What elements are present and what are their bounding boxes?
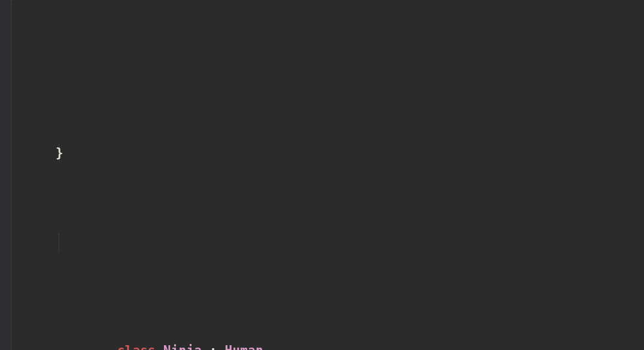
space	[156, 343, 163, 350]
colon: :	[202, 343, 225, 350]
class-name: Ninja	[163, 343, 202, 350]
base-class: Human	[225, 343, 263, 350]
keyword-class: class	[117, 343, 156, 350]
code-block: } class Ninja : Human { public string ni…	[0, 72, 644, 350]
brace: }	[56, 144, 63, 162]
code-editor[interactable]: } class Ninja : Human { public string ni…	[0, 0, 644, 350]
